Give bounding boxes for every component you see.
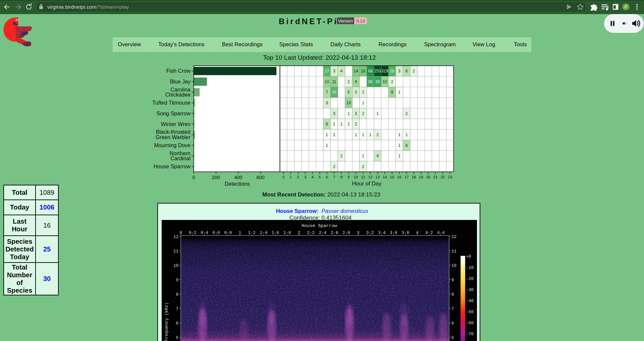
svg-text:6: 6 — [451, 321, 454, 326]
svg-text:10: 10 — [354, 175, 358, 179]
svg-text:Song Sparrow: Song Sparrow — [157, 111, 191, 116]
svg-text:Winter Wren: Winter Wren — [161, 121, 191, 127]
svg-text:5: 5 — [451, 336, 454, 340]
svg-text:3: 3 — [333, 69, 335, 73]
svg-text:1: 1 — [347, 111, 350, 116]
svg-text:2: 2 — [347, 79, 350, 84]
svg-text:Mourning Dove: Mourning Dove — [154, 143, 191, 148]
svg-text:Detections: Detections — [225, 181, 250, 187]
svg-text:2: 2 — [376, 132, 379, 137]
svg-text:5: 5 — [347, 90, 350, 95]
svg-text:10: 10 — [383, 79, 387, 84]
svg-text:14: 14 — [383, 175, 387, 179]
svg-text:27: 27 — [325, 69, 329, 73]
svg-text:26: 26 — [332, 90, 337, 95]
svg-text:Tufted Titmouse: Tufted Titmouse — [152, 100, 191, 106]
svg-text:6: 6 — [326, 122, 328, 126]
svg-text:Chickadee: Chickadee — [165, 92, 191, 98]
svg-text:10: 10 — [451, 264, 457, 268]
svg-text:16: 16 — [361, 69, 366, 73]
svg-text:20: 20 — [426, 175, 430, 179]
svg-text:8: 8 — [340, 175, 342, 179]
svg-text:9: 9 — [347, 175, 350, 179]
svg-text:18: 18 — [412, 175, 416, 179]
svg-text:1: 1 — [362, 101, 364, 105]
svg-text:9: 9 — [451, 278, 454, 283]
svg-text:12: 12 — [173, 235, 178, 239]
svg-text:2: 2 — [362, 164, 364, 169]
svg-text:9: 9 — [391, 90, 393, 95]
svg-text:2: 2 — [355, 122, 357, 126]
svg-text:400: 400 — [234, 175, 242, 180]
svg-text:7: 7 — [176, 307, 178, 311]
svg-text:39: 39 — [375, 79, 380, 84]
svg-text:1: 1 — [347, 122, 350, 126]
svg-text:-60: -60 — [466, 321, 474, 326]
svg-text:6: 6 — [406, 143, 408, 148]
svg-text:2: 2 — [362, 111, 364, 116]
svg-text:3: 3 — [304, 175, 306, 179]
svg-text:8: 8 — [176, 292, 178, 297]
svg-text:3: 3 — [355, 90, 357, 95]
svg-text:600: 600 — [257, 175, 265, 180]
svg-text:15: 15 — [390, 175, 394, 179]
svg-text:2: 2 — [391, 79, 393, 84]
svg-text:Cardinal: Cardinal — [170, 156, 191, 161]
svg-text:10: 10 — [325, 79, 329, 84]
svg-text:28: 28 — [390, 69, 394, 73]
svg-text:-30: -30 — [466, 288, 474, 292]
svg-text:3: 3 — [333, 111, 335, 116]
svg-text:Hour of Day: Hour of Day — [352, 180, 382, 186]
svg-text:1: 1 — [398, 132, 400, 137]
svg-text:7: 7 — [333, 175, 335, 179]
svg-text:12: 12 — [451, 235, 457, 239]
svg-text:2: 2 — [362, 90, 364, 95]
svg-text:68: 68 — [368, 69, 373, 73]
svg-text:253: 253 — [374, 69, 381, 73]
svg-text:House Sparrow: House Sparrow — [154, 164, 191, 169]
svg-text:1: 1 — [362, 154, 364, 158]
svg-text:10: 10 — [173, 264, 178, 268]
svg-text:2: 2 — [333, 164, 335, 169]
svg-text:22: 22 — [441, 175, 445, 179]
svg-text:23: 23 — [448, 175, 452, 179]
svg-text:36: 36 — [368, 79, 373, 84]
svg-text:11: 11 — [332, 79, 336, 84]
svg-text:-10: -10 — [466, 266, 474, 270]
svg-text:12: 12 — [368, 175, 373, 179]
svg-text:1: 1 — [362, 132, 364, 137]
svg-text:Carolina: Carolina — [170, 87, 191, 93]
svg-text:-40: -40 — [466, 299, 474, 303]
svg-text:0: 0 — [282, 175, 284, 179]
svg-text:1: 1 — [376, 111, 379, 116]
svg-text:6: 6 — [406, 69, 408, 73]
svg-text:2: 2 — [297, 175, 299, 179]
svg-text:1: 1 — [406, 132, 408, 137]
svg-text:1: 1 — [333, 122, 335, 126]
svg-text:Frequency (kHz): Frequency (kHz) — [164, 302, 169, 341]
svg-text:16: 16 — [397, 175, 401, 179]
svg-text:1: 1 — [326, 132, 328, 137]
svg-text:319: 319 — [381, 69, 388, 73]
svg-text:11: 11 — [173, 249, 178, 254]
svg-text:5: 5 — [176, 336, 178, 340]
svg-text:-70: -70 — [466, 332, 474, 337]
svg-text:14: 14 — [354, 69, 358, 73]
svg-text:200: 200 — [212, 175, 220, 180]
svg-text:21: 21 — [433, 175, 438, 179]
svg-text:5: 5 — [319, 175, 321, 179]
svg-text:2: 2 — [413, 69, 415, 73]
svg-text:0: 0 — [192, 175, 195, 180]
svg-text:9: 9 — [176, 278, 178, 283]
svg-text:7: 7 — [326, 90, 328, 95]
svg-text:11: 11 — [361, 175, 365, 179]
svg-text:1: 1 — [398, 143, 400, 148]
svg-text:4: 4 — [340, 69, 343, 73]
svg-text:2: 2 — [406, 111, 408, 116]
svg-text:4: 4 — [311, 175, 314, 179]
svg-text:-20: -20 — [466, 277, 474, 281]
svg-text:1: 1 — [398, 154, 400, 158]
svg-text:2: 2 — [340, 154, 343, 158]
svg-text:6: 6 — [176, 321, 178, 326]
svg-text:10: 10 — [346, 101, 351, 105]
